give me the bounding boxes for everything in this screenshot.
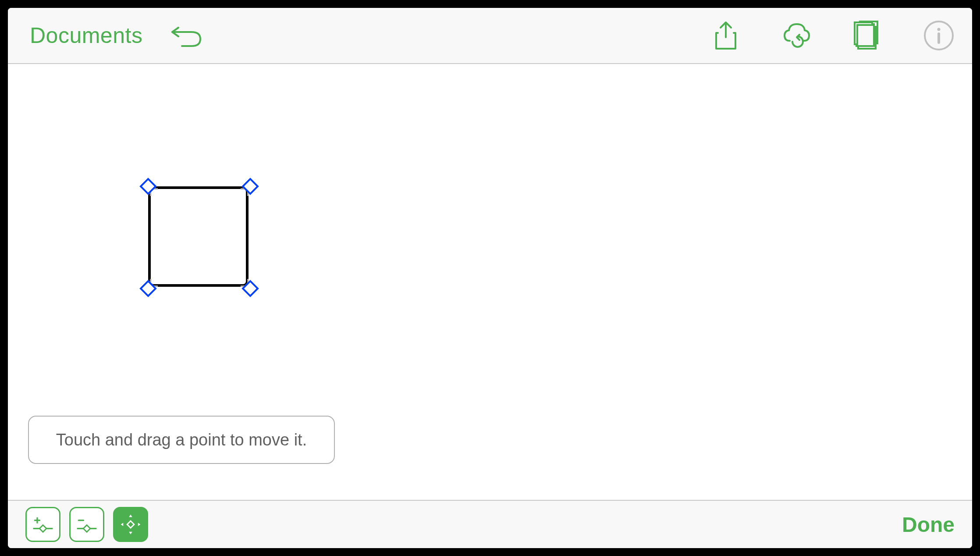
svg-rect-6	[39, 525, 46, 532]
hint-tooltip: Touch and drag a point to move it.	[28, 416, 335, 464]
hint-text: Touch and drag a point to move it.	[56, 431, 307, 449]
add-point-button[interactable]	[25, 507, 60, 542]
svg-rect-7	[83, 525, 90, 532]
canvas[interactable]: Touch and drag a point to move it.	[8, 64, 972, 500]
done-button[interactable]: Done	[902, 513, 955, 537]
cloud-sync-icon	[781, 20, 813, 51]
undo-button[interactable]	[169, 22, 204, 49]
app-frame: Documents	[8, 8, 972, 548]
move-point-icon	[118, 512, 143, 537]
remove-point-icon	[75, 512, 99, 537]
add-point-icon	[31, 512, 55, 537]
share-icon	[710, 20, 742, 51]
share-button[interactable]	[710, 20, 742, 51]
undo-icon	[169, 22, 204, 49]
remove-point-button[interactable]	[69, 507, 104, 542]
toolbar-right-group	[710, 20, 955, 51]
cloud-sync-button[interactable]	[781, 20, 813, 51]
selected-shape[interactable]	[141, 179, 257, 296]
square-shape	[148, 186, 249, 287]
move-point-button[interactable]	[113, 507, 148, 542]
info-button[interactable]	[923, 20, 955, 51]
documents-button[interactable]: Documents	[30, 23, 142, 48]
bottom-toolbar: Done	[8, 500, 972, 548]
layers-icon	[852, 20, 884, 51]
layers-button[interactable]	[852, 20, 884, 51]
edit-tools-group	[25, 507, 148, 542]
svg-rect-3	[857, 25, 874, 46]
svg-rect-8	[127, 521, 134, 528]
svg-point-5	[937, 28, 941, 31]
toolbar-left-group: Documents	[30, 22, 204, 49]
top-toolbar: Documents	[8, 8, 972, 64]
info-icon	[923, 20, 955, 51]
